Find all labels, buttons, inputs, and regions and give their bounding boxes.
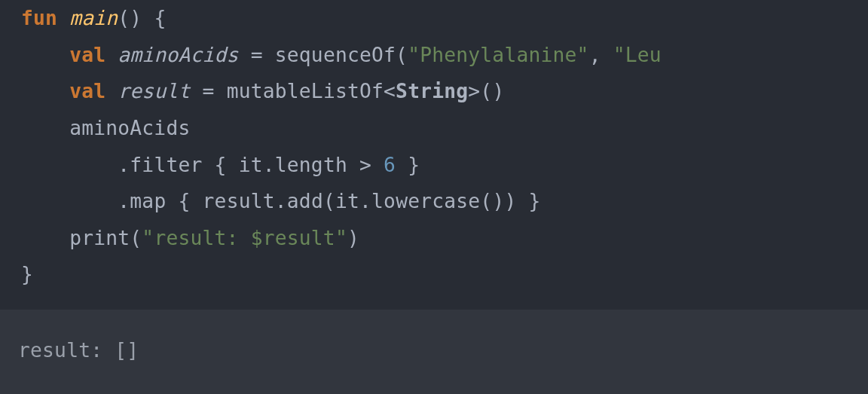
gt-op: >	[359, 154, 371, 176]
space	[215, 80, 227, 102]
open-paren: (	[118, 7, 130, 29]
call-mutablelistof: mutableListOf	[227, 80, 384, 102]
string-leu-truncated: "Leu	[613, 44, 662, 66]
space	[166, 190, 178, 212]
space	[57, 7, 69, 29]
call-print: print	[69, 227, 130, 249]
open-paren: (	[323, 190, 335, 212]
equals: =	[251, 44, 263, 66]
space	[105, 80, 118, 102]
indent	[21, 44, 69, 66]
lambda-close: }	[529, 190, 541, 212]
close-paren: )	[347, 227, 359, 249]
expr-it-length: it.length	[239, 154, 347, 176]
space	[203, 154, 215, 176]
dot: .	[275, 190, 287, 212]
space	[191, 80, 203, 102]
dot: .	[118, 190, 130, 212]
open-paren: (	[130, 227, 142, 249]
angle-gt: >	[468, 80, 480, 102]
lambda-open: {	[178, 190, 190, 212]
string-template-result: $result	[251, 227, 335, 249]
keyword-val: val	[69, 80, 105, 102]
close-paren: )	[492, 80, 504, 102]
space	[105, 44, 118, 66]
var-aminoacids-decl: aminoAcids	[118, 44, 238, 66]
expr-it-lowercase: it.lowercase()	[335, 190, 504, 212]
open-paren: (	[396, 44, 408, 66]
dot: .	[118, 154, 130, 176]
open-brace: {	[154, 7, 166, 29]
space	[191, 190, 203, 212]
output-block: result: []	[0, 310, 868, 394]
equals: =	[203, 80, 215, 102]
code-block: fun main() { val aminoAcids = sequenceOf…	[0, 0, 868, 310]
space	[371, 154, 384, 176]
call-sequenceof: sequenceOf	[275, 44, 396, 66]
space	[142, 7, 154, 29]
type-string: String	[396, 80, 468, 102]
space	[396, 154, 408, 176]
space	[516, 190, 528, 212]
comma: ,	[589, 44, 601, 66]
close-paren: )	[130, 7, 142, 29]
output-text: result: []	[18, 339, 139, 362]
call-map: map	[130, 190, 166, 212]
space	[227, 154, 239, 176]
close-paren: )	[504, 190, 516, 212]
space	[347, 154, 359, 176]
angle-lt: <	[384, 80, 396, 102]
call-add: add	[287, 190, 323, 212]
keyword-fun: fun	[21, 7, 57, 29]
call-filter: filter	[130, 154, 202, 176]
indent	[21, 227, 69, 249]
number-six: 6	[384, 154, 396, 176]
space	[263, 44, 275, 66]
lambda-open: {	[215, 154, 227, 176]
open-paren: (	[480, 80, 492, 102]
indent	[21, 80, 69, 102]
indent	[21, 154, 118, 176]
close-brace: }	[21, 263, 33, 286]
string-close-quote: "	[335, 227, 347, 249]
var-result-use: result	[203, 190, 275, 212]
lambda-close: }	[408, 154, 420, 176]
space	[239, 44, 251, 66]
indent	[21, 117, 69, 139]
var-result-decl: result	[118, 80, 190, 102]
var-aminoacids-use: aminoAcids	[69, 117, 190, 139]
keyword-val: val	[69, 44, 105, 66]
indent	[21, 190, 118, 212]
string-result-prefix: "result:	[142, 227, 250, 249]
function-name-main: main	[69, 7, 118, 29]
space	[601, 44, 613, 66]
string-phenylalanine: "Phenylalanine"	[408, 44, 588, 66]
